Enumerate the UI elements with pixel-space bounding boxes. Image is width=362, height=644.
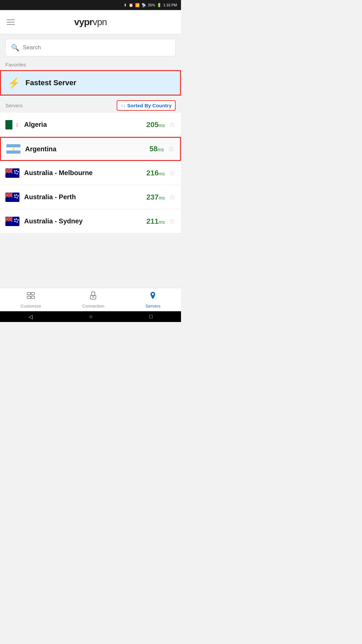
svg-point-49	[14, 221, 16, 222]
server-name-au-per: Australia - Perth	[24, 193, 146, 201]
svg-point-46	[16, 218, 17, 220]
svg-point-32	[17, 195, 19, 197]
svg-text:☀: ☀	[12, 147, 15, 152]
svg-point-48	[16, 221, 18, 223]
sort-arrows-icon: ↑↓	[121, 103, 125, 108]
recent-button[interactable]: □	[149, 314, 153, 320]
servers-title: Servers	[5, 103, 23, 108]
favorite-star-dz[interactable]: ☆	[169, 120, 176, 129]
flag-ar: ☀	[6, 144, 20, 154]
server-row-dz[interactable]: ☽ Algeria 205ms ☆	[0, 113, 181, 137]
fastest-server-label: Fastest Server	[25, 78, 76, 87]
servers-icon	[148, 291, 158, 303]
connection-icon	[88, 291, 98, 303]
svg-text:☽: ☽	[14, 122, 18, 128]
battery-icon: 🔋	[157, 3, 162, 7]
svg-point-17	[17, 171, 19, 172]
search-input[interactable]	[23, 44, 170, 51]
time: 1:16 PM	[163, 3, 177, 7]
alarm-icon: ⏰	[129, 3, 133, 7]
signal-icon: 📡	[141, 3, 146, 7]
server-name-dz: Algeria	[24, 121, 146, 128]
bolt-icon: ⚡	[8, 77, 20, 89]
connection-label: Connection	[82, 304, 104, 309]
favorite-star-au-per[interactable]: ☆	[169, 193, 176, 202]
favorite-star-ar[interactable]: ☆	[168, 145, 175, 153]
servers-header: Servers ↑↓ Sorted By Country	[0, 97, 181, 113]
svg-point-19	[14, 172, 16, 174]
flag-au-per	[5, 193, 19, 202]
svg-rect-0	[5, 120, 12, 129]
server-name-ar: Argentina	[25, 145, 149, 153]
bottom-bar: Customize Connection Servers	[0, 288, 181, 311]
tab-customize[interactable]: Customize	[20, 291, 41, 309]
latency-au-mel: 216ms	[146, 169, 165, 177]
download-icon: ⬇	[124, 3, 127, 7]
nav-bar: ◁ ○ □	[0, 311, 181, 322]
status-bar: ⬇ ⏰ 📶 📡 26% 🔋 1:16 PM	[0, 0, 181, 10]
status-icons: ⏰ 📶 📡 26% 🔋 1:16 PM	[129, 3, 177, 7]
svg-point-47	[17, 219, 19, 221]
server-row-ar[interactable]: ☀ Argentina 58ms ☆	[0, 137, 181, 161]
latency-ar: 58ms	[149, 145, 164, 153]
svg-rect-52	[27, 296, 31, 299]
tab-servers[interactable]: Servers	[145, 291, 161, 309]
svg-rect-54	[31, 296, 35, 299]
server-name-au-syd: Australia - Sydney	[24, 217, 146, 225]
svg-point-20	[14, 170, 15, 172]
server-row-au-mel[interactable]: Australia - Melbourne 216ms ☆	[0, 161, 181, 185]
latency-dz: 205ms	[146, 120, 165, 129]
svg-point-34	[14, 197, 16, 198]
svg-point-57	[152, 293, 154, 295]
customize-icon	[26, 291, 36, 303]
menu-button[interactable]	[7, 19, 15, 25]
app-logo: vyprvpn	[74, 17, 107, 28]
fastest-server-row[interactable]: ⚡ Fastest Server	[0, 70, 181, 96]
svg-point-31	[16, 194, 17, 196]
svg-rect-53	[31, 292, 35, 295]
svg-point-50	[14, 219, 15, 220]
sort-button[interactable]: ↑↓ Sorted By Country	[117, 100, 176, 111]
customize-label: Customize	[20, 304, 41, 309]
search-container: 🔍	[0, 34, 181, 60]
flag-au-mel	[5, 168, 19, 178]
server-list: ☽ Algeria 205ms ☆ ☀ Argentina 58ms ☆	[0, 113, 181, 233]
svg-point-16	[16, 170, 17, 171]
search-box[interactable]: 🔍	[5, 39, 176, 56]
sort-label: Sorted By Country	[127, 103, 172, 108]
favorite-star-au-syd[interactable]: ☆	[169, 217, 176, 226]
wifi-icon: 📶	[135, 3, 140, 7]
favorites-label: Favorites	[0, 60, 181, 69]
tab-connection[interactable]: Connection	[82, 291, 104, 309]
latency-au-syd: 211ms	[146, 217, 165, 226]
server-row-au-per[interactable]: Australia - Perth 237ms ☆	[0, 185, 181, 209]
svg-point-35	[14, 195, 15, 196]
home-button[interactable]: ○	[89, 314, 93, 320]
server-row-au-syd[interactable]: Australia - Sydney 211ms ☆	[0, 209, 181, 233]
flag-dz: ☽	[5, 120, 19, 129]
servers-tab-label: Servers	[145, 304, 161, 309]
back-button[interactable]: ◁	[28, 314, 33, 320]
svg-rect-51	[27, 292, 31, 295]
svg-point-33	[16, 197, 18, 199]
battery-text: 26%	[148, 3, 155, 7]
server-name-au-mel: Australia - Melbourne	[24, 169, 146, 177]
favorite-star-au-mel[interactable]: ☆	[169, 169, 176, 177]
app-header: vyprvpn	[0, 10, 181, 34]
svg-point-18	[16, 173, 18, 174]
latency-au-per: 237ms	[146, 193, 165, 202]
svg-point-56	[93, 297, 94, 298]
search-icon: 🔍	[11, 44, 19, 52]
flag-au-syd	[5, 217, 19, 226]
